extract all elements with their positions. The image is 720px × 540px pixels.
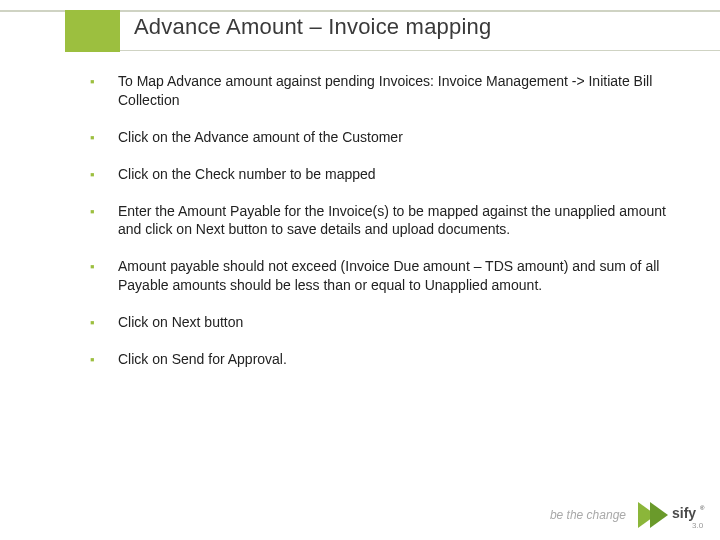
list-item: ▪ Click on Next button	[90, 313, 680, 332]
svg-text:®: ®	[700, 505, 705, 511]
bullet-icon: ▪	[90, 258, 104, 276]
list-item-text: Click on the Advance amount of the Custo…	[118, 128, 680, 147]
bullet-icon: ▪	[90, 73, 104, 91]
bullet-list: ▪ To Map Advance amount against pending …	[90, 72, 680, 387]
list-item-text: Enter the Amount Payable for the Invoice…	[118, 202, 680, 240]
title-accent-block	[65, 10, 120, 52]
bullet-icon: ▪	[90, 203, 104, 221]
list-item: ▪ Click on Send for Approval.	[90, 350, 680, 369]
list-item-text: Click on the Check number to be mapped	[118, 165, 680, 184]
list-item: ▪ Click on the Check number to be mapped	[90, 165, 680, 184]
bullet-icon: ▪	[90, 129, 104, 147]
svg-text:3.0: 3.0	[692, 521, 704, 530]
list-item: ▪ Click on the Advance amount of the Cus…	[90, 128, 680, 147]
svg-text:sify: sify	[672, 505, 696, 521]
title-underline	[120, 50, 720, 51]
bullet-icon: ▪	[90, 166, 104, 184]
list-item-text: To Map Advance amount against pending In…	[118, 72, 680, 110]
bullet-icon: ▪	[90, 351, 104, 369]
brand-logo-icon: sify ® 3.0	[636, 498, 708, 532]
list-item-text: Amount payable should not exceed (Invoic…	[118, 257, 680, 295]
svg-marker-1	[650, 502, 668, 528]
footer-tagline: be the change	[550, 508, 626, 522]
footer: be the change sify ® 3.0	[550, 498, 708, 532]
list-item-text: Click on Send for Approval.	[118, 350, 680, 369]
page-title: Advance Amount – Invoice mapping	[134, 14, 491, 40]
list-item-text: Click on Next button	[118, 313, 680, 332]
bullet-icon: ▪	[90, 314, 104, 332]
list-item: ▪ Enter the Amount Payable for the Invoi…	[90, 202, 680, 240]
list-item: ▪ To Map Advance amount against pending …	[90, 72, 680, 110]
list-item: ▪ Amount payable should not exceed (Invo…	[90, 257, 680, 295]
